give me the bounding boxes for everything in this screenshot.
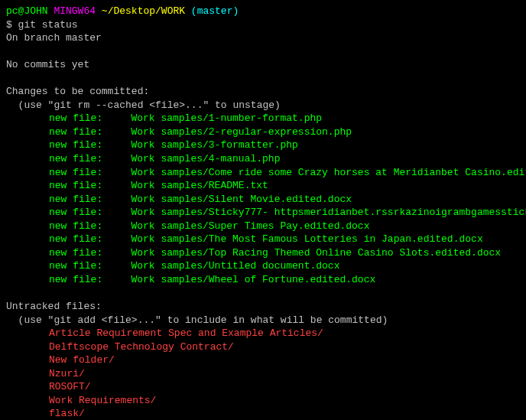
prompt-path: ~/Desktop/WORK	[102, 5, 185, 17]
untracked-file-row: flask/	[6, 407, 520, 420]
terminal-output[interactable]: pc@JOHN MINGW64 ~/Desktop/WORK (master) …	[6, 5, 520, 420]
staged-file-label: new file:	[49, 125, 113, 139]
staged-file-path: Work samples/Sticky777- httpsmeridianbet…	[131, 207, 526, 218]
staged-file-label: new file:	[49, 233, 113, 246]
untracked-file-row: Nzuri/	[6, 367, 520, 381]
command-line: $ git status	[6, 18, 520, 32]
staged-file-row: new file: Work samples/Super Times Pay.e…	[6, 220, 520, 233]
staged-file-row: new file: Work samples/3-formatter.php	[6, 138, 520, 152]
staged-file-label: new file:	[49, 246, 113, 260]
staged-file-row: new file: Work samples/Top Racing Themed…	[6, 246, 520, 260]
staged-file-path: Work samples/Silent Movie.edited.docx	[131, 194, 352, 205]
staged-file-row: new file: Work samples/Wheel of Fortune.…	[6, 273, 520, 287]
untracked-file-row: New folder/	[6, 353, 520, 367]
staged-file-row: new file: Work samples/The Most Famous L…	[6, 233, 520, 246]
staged-file-label: new file:	[49, 179, 113, 193]
staged-file-label: new file:	[49, 152, 113, 166]
staged-file-label: new file:	[49, 193, 113, 207]
staged-file-row: new file: Work samples/README.txt	[6, 179, 520, 193]
untracked-files-list: Article Requirement Spec and Example Art…	[6, 327, 520, 420]
untracked-file-row: Delftscope Technology Contract/	[6, 340, 520, 354]
untracked-file-row: Work Requirements/	[6, 394, 520, 408]
staged-file-path: Work samples/Wheel of Fortune.edited.doc…	[131, 274, 375, 285]
branch-status: On branch master	[6, 31, 520, 45]
prompt-line: pc@JOHN MINGW64 ~/Desktop/WORK (master)	[6, 5, 520, 18]
staged-hint: (use "git rm --cached <file>..." to unst…	[6, 99, 520, 112]
staged-file-label: new file:	[49, 166, 113, 180]
staged-file-path: Work samples/4-manual.php	[131, 153, 280, 164]
staged-file-label: new file:	[49, 206, 113, 220]
staged-file-path: Work samples/3-formatter.php	[131, 139, 297, 151]
staged-file-path: Work samples/The Most Famous Lotteries i…	[131, 233, 482, 245]
no-commits-line: No commits yet	[6, 58, 520, 72]
prompt-branch: (master)	[185, 5, 239, 17]
untracked-hint: (use "git add <file>..." to include in w…	[6, 314, 520, 327]
untracked-file-row: ROSOFT/	[6, 380, 520, 394]
staged-file-row: new file: Work samples/Silent Movie.edit…	[6, 193, 520, 207]
untracked-file-row: Article Requirement Spec and Example Art…	[6, 327, 520, 340]
staged-file-label: new file:	[49, 273, 113, 287]
staged-file-row: new file: Work samples/4-manual.php	[6, 152, 520, 166]
staged-file-row: new file: Work samples/Sticky777- httpsm…	[6, 206, 520, 220]
staged-file-row: new file: Work samples/Come ride some Cr…	[6, 166, 520, 180]
staged-file-label: new file:	[49, 259, 113, 273]
staged-file-label: new file:	[49, 112, 113, 125]
staged-file-path: Work samples/Come ride some Crazy horses…	[131, 167, 526, 178]
staged-file-path: Work samples/Top Racing Themed Online Ca…	[131, 247, 501, 259]
staged-files-list: new file: Work samples/1-number-format.p…	[6, 112, 520, 286]
staged-file-label: new file:	[49, 138, 113, 152]
staged-file-path: Work samples/Untitled document.docx	[131, 260, 339, 272]
staged-header: Changes to be committed:	[6, 85, 520, 99]
staged-file-label: new file:	[49, 220, 113, 233]
staged-file-row: new file: Work samples/2-regular-express…	[6, 125, 520, 139]
staged-file-path: Work samples/1-number-format.php	[131, 112, 322, 124]
command-text: git status	[18, 19, 78, 31]
prompt-user: pc@JOHN	[6, 5, 48, 17]
command-prefix: $	[6, 19, 18, 31]
staged-file-path: Work samples/2-regular-expression.php	[131, 126, 352, 138]
staged-file-row: new file: Work samples/Untitled document…	[6, 259, 520, 273]
staged-file-path: Work samples/README.txt	[131, 180, 268, 191]
staged-file-row: new file: Work samples/1-number-format.p…	[6, 112, 520, 125]
prompt-env: MINGW64	[48, 5, 102, 17]
staged-file-path: Work samples/Super Times Pay.edited.docx	[131, 220, 369, 232]
untracked-header: Untracked files:	[6, 300, 520, 314]
